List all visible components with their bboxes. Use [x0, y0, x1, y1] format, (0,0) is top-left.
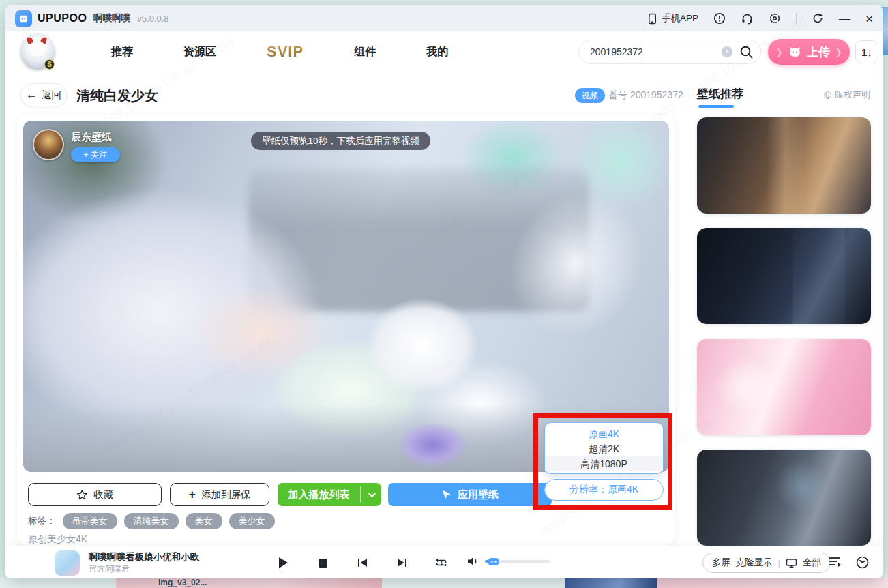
- resolution-option-4k[interactable]: 原画4K: [545, 426, 663, 441]
- apply-wallpaper-button[interactable]: 应用壁纸: [388, 483, 552, 506]
- wallpaper-art: [248, 325, 453, 455]
- wallpaper-art: [391, 346, 569, 462]
- plus-icon: +: [83, 150, 88, 160]
- previous-button[interactable]: [355, 555, 370, 570]
- wallpaper-preview[interactable]: 辰东壁纸 + 关注 壁纸仅预览10秒，下载后应用完整视频: [23, 121, 669, 472]
- recommended-wallpaper-thumbnail[interactable]: [697, 228, 871, 324]
- stop-icon: [319, 559, 327, 568]
- tag-pill[interactable]: 吊带美女: [63, 513, 117, 529]
- svip-badge: S: [44, 59, 55, 70]
- resolution-dropdown: 原画4K 超清2K 高清1080P: [544, 422, 664, 474]
- minimize-button[interactable]: —: [839, 13, 850, 25]
- now-playing-thumbnail[interactable]: [55, 550, 80, 576]
- copyright-label: 版权声明: [835, 89, 870, 101]
- volume-handle[interactable]: [488, 558, 499, 565]
- uploader-name[interactable]: 辰东壁纸: [71, 131, 120, 144]
- support-button[interactable]: [741, 12, 754, 25]
- nav-item-mine[interactable]: 我的: [401, 45, 473, 59]
- nav-item-svip[interactable]: SVIP: [241, 43, 329, 61]
- search-box[interactable]: ×: [578, 40, 761, 64]
- refresh-icon: [812, 12, 824, 25]
- serial-number: 番号 2001952372: [608, 89, 683, 102]
- pill-divider: |: [778, 558, 781, 568]
- uploader-info: 辰东壁纸 + 关注: [33, 129, 120, 162]
- all-screens-label: 全部: [803, 557, 821, 569]
- tag-pill[interactable]: 清纯美女: [124, 513, 179, 529]
- upload-button[interactable]: ❯ 上传 ❯: [768, 39, 850, 65]
- playlist-queue-button[interactable]: [828, 555, 842, 568]
- plus-icon: +: [188, 488, 196, 502]
- wallpaper-art: [351, 284, 494, 407]
- phone-icon: [647, 13, 657, 25]
- close-icon: ×: [865, 12, 873, 25]
- minimize-icon: —: [839, 13, 850, 25]
- resolution-option-2k[interactable]: 超清2K: [545, 441, 663, 456]
- recommended-wallpaper-thumbnail[interactable]: [697, 117, 871, 214]
- titlebar-divider: [796, 13, 797, 24]
- stop-button[interactable]: [315, 555, 330, 570]
- wallpaper-detail-card: 辰东壁纸 + 关注 壁纸仅预览10秒，下载后应用完整视频 收藏 + 添加到屏保 …: [17, 115, 675, 546]
- multiscreen-button[interactable]: 多屏: 克隆显示 | 全部: [702, 553, 831, 573]
- nav-item-resources[interactable]: 资源区: [158, 45, 241, 59]
- search-icon[interactable]: [739, 45, 754, 59]
- tag-pill[interactable]: 美女: [186, 513, 222, 529]
- follow-button[interactable]: + 关注: [71, 147, 120, 162]
- nav-item-widgets[interactable]: 组件: [329, 45, 401, 59]
- wallpaper-art: [385, 414, 480, 472]
- wallpaper-art: [452, 134, 669, 394]
- add-screensaver-button[interactable]: + 添加到屏保: [170, 483, 269, 506]
- cursor-icon: [441, 489, 452, 500]
- app-name: 啊噗啊噗: [93, 12, 130, 25]
- titlebar: UPUPOO 啊噗啊噗 v5.0.0.8 手机APP — ×: [5, 5, 883, 31]
- clear-search-icon[interactable]: ×: [722, 46, 732, 57]
- app-logo-icon: [15, 10, 32, 27]
- play-icon: [279, 557, 288, 568]
- app-version: v5.0.0.8: [137, 14, 168, 24]
- desktop-image-blue: [565, 578, 657, 588]
- sort-icon: 1↓: [861, 46, 872, 58]
- phone-app-button[interactable]: 手机APP: [647, 12, 698, 25]
- volume-icon[interactable]: [467, 556, 479, 567]
- phone-app-label: 手机APP: [662, 12, 698, 25]
- upload-label: 上传: [807, 44, 830, 60]
- back-button[interactable]: ← 返回: [20, 83, 67, 106]
- monitor-icon: [786, 558, 797, 568]
- recommended-wallpaper-thumbnail[interactable]: [697, 450, 871, 546]
- close-button[interactable]: ×: [865, 12, 873, 25]
- uploader-avatar[interactable]: [33, 129, 64, 160]
- timer-button[interactable]: [855, 555, 870, 570]
- wallpaper-art: [23, 148, 378, 472]
- next-button[interactable]: [394, 555, 409, 570]
- tag-pill[interactable]: 美少女: [229, 513, 275, 529]
- navbar: S 推荐 资源区 SVIP 组件 我的 × ❯ 上传 ❯ 1↓: [5, 31, 883, 72]
- feedback-button[interactable]: [713, 12, 726, 25]
- user-avatar[interactable]: S: [19, 33, 56, 71]
- preview-tip: 壁纸仅预览10秒，下载后应用完整视频: [251, 132, 430, 150]
- volume-slider[interactable]: [485, 560, 550, 563]
- playlist-dropdown-toggle[interactable]: [361, 483, 381, 506]
- repeat-one-button[interactable]: 1: [434, 555, 449, 570]
- previous-icon: [357, 557, 368, 568]
- add-playlist-button[interactable]: 加入播放列表: [278, 483, 381, 506]
- resolution-button[interactable]: 分辨率：原画4K: [544, 479, 664, 501]
- refresh-button[interactable]: [812, 12, 824, 25]
- copyright-link[interactable]: © 版权声明: [824, 89, 870, 101]
- nav-item-recommend[interactable]: 推荐: [86, 45, 158, 59]
- desktop-background: img_v3_02...: [0, 577, 888, 588]
- repeat-one-icon: 1: [434, 557, 448, 569]
- follow-label: 关注: [91, 149, 108, 161]
- timer-clock-icon: [855, 555, 870, 570]
- sort-button[interactable]: 1↓: [855, 40, 878, 63]
- search-input[interactable]: [590, 46, 722, 57]
- favorite-button[interactable]: 收藏: [28, 483, 162, 506]
- star-icon: [76, 489, 88, 501]
- wallpaper-art: [160, 264, 364, 400]
- resolution-option-1080p[interactable]: 高清1080P: [545, 456, 663, 471]
- avatar-art: [29, 41, 46, 59]
- recommended-wallpaper-thumbnail[interactable]: [697, 339, 871, 435]
- play-button[interactable]: [276, 555, 291, 570]
- settings-button[interactable]: [769, 12, 781, 25]
- add-screensaver-label: 添加到屏保: [201, 488, 251, 501]
- wallpaper-art: [437, 121, 587, 216]
- chevron-down-icon: [368, 490, 376, 497]
